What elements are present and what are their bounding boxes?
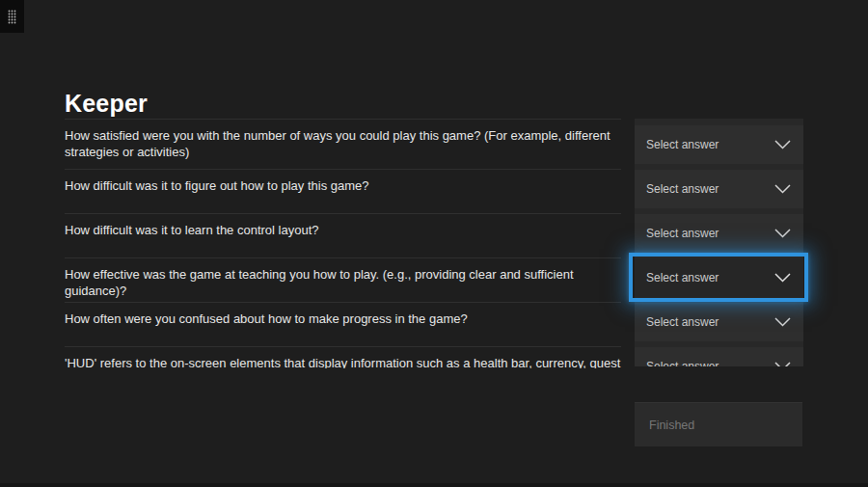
answer-dropdown-2[interactable]: Select answer	[635, 214, 803, 253]
chevron-down-icon	[774, 184, 791, 194]
finished-button[interactable]: Finished	[635, 402, 802, 446]
question-row-0: How satisfied were you with the number o…	[65, 119, 621, 169]
question-row-4: How often were you confused about how to…	[65, 302, 621, 346]
question-text: How difficult was it to learn the contro…	[65, 222, 621, 238]
dropdown-label: Select answer	[646, 138, 719, 151]
chevron-down-icon	[774, 140, 791, 149]
answer-dropdown-5[interactable]: Select answer	[635, 347, 803, 366]
grip-dots-icon	[8, 10, 16, 24]
question-row-5: 'HUD' refers to the on-screen elements t…	[65, 346, 621, 368]
answer-dropdown-1[interactable]: Select answer	[635, 170, 803, 208]
chevron-down-icon	[774, 273, 791, 283]
answer-dropdown-0[interactable]: Select answer	[635, 125, 803, 164]
question-text: 'HUD' refers to the on-screen elements t…	[65, 355, 621, 368]
chevron-down-icon	[774, 229, 791, 238]
question-text: How difficult was it to figure out how t…	[65, 177, 621, 194]
dropdown-label: Select answer	[646, 227, 719, 240]
page-title: Keeper	[65, 90, 148, 118]
answer-dropdown-3[interactable]: Select answer	[635, 258, 803, 297]
question-row-2: How difficult was it to learn the contro…	[65, 213, 621, 257]
question-row-1: How difficult was it to figure out how t…	[65, 169, 621, 213]
dropdown-label: Select answer	[646, 182, 719, 196]
grip-square	[0, 0, 24, 33]
dropdown-label: Select answer	[646, 271, 719, 284]
dropdown-label: Select answer	[646, 315, 719, 329]
bottom-edge	[0, 483, 868, 487]
question-text: How often were you confused about how to…	[65, 311, 621, 327]
answer-dropdown-4[interactable]: Select answer	[635, 303, 803, 341]
question-text: How effective was the game at teaching y…	[65, 266, 621, 299]
survey-screen: Keeper How satisfied were you with the n…	[0, 0, 868, 487]
chevron-down-icon	[774, 317, 791, 327]
dropdown-label: Select answer	[646, 360, 719, 366]
question-text: How satisfied were you with the number o…	[65, 127, 621, 160]
chevron-down-icon	[774, 362, 791, 366]
question-row-3: How effective was the game at teaching y…	[65, 257, 621, 302]
answer-panel: Select answer Select answer Select answe…	[635, 119, 803, 366]
question-list: How satisfied were you with the number o…	[65, 119, 621, 368]
